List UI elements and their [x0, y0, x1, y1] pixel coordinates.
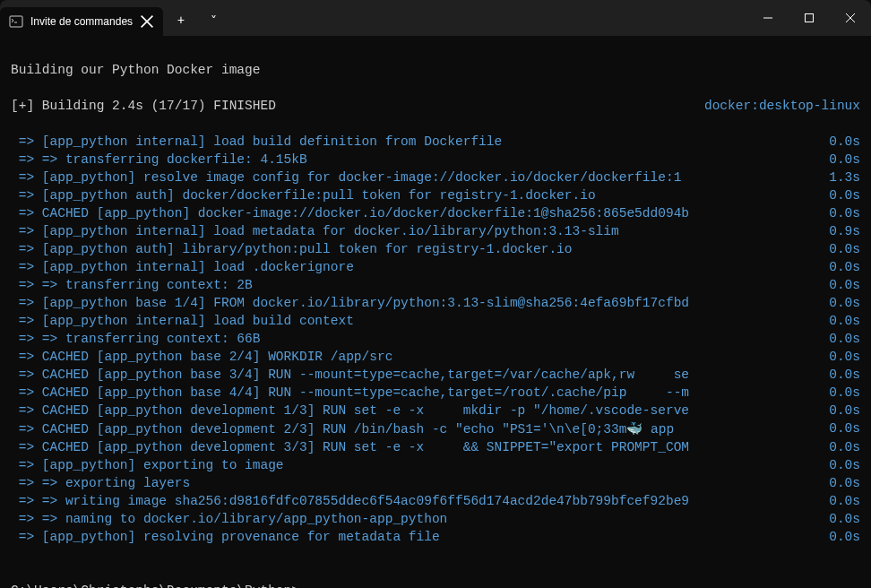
output-line: => [app_python base 1/4] FROM docker.io/… [11, 294, 860, 312]
output-time: 0.0s [829, 366, 860, 384]
output-line: => => naming to docker.io/library/app_py… [11, 510, 860, 528]
maximize-button[interactable] [789, 0, 830, 36]
arrow-icon: => [11, 152, 42, 167]
output-line: => [app_python auth] library/python:pull… [11, 240, 860, 258]
output-time: 0.0s [829, 133, 860, 151]
tabs-area: Invite de commandes + ˅ [0, 0, 228, 36]
output-line: => CACHED [app_python base 4/4] RUN --mo… [11, 384, 860, 402]
tab-close-button[interactable] [140, 14, 154, 29]
cursor [299, 583, 307, 588]
output-message: => exporting layers [42, 476, 190, 490]
arrow-icon: => [11, 278, 42, 292]
output-line: => [app_python] resolve image config for… [11, 169, 860, 186]
arrow-icon: => [11, 530, 42, 544]
output-message: [app_python internal] load build context [42, 314, 354, 328]
output-line: => => transferring context: 2B0.0s [11, 276, 860, 294]
arrow-icon: => [11, 242, 42, 256]
arrow-icon: => [11, 296, 42, 310]
prompt-path: C:\Users\Christophe\Documents\Python> [11, 584, 299, 588]
output-message: CACHED [app_python base 4/4] RUN --mount… [42, 385, 689, 400]
output-line: => [app_python internal] load metadata f… [11, 222, 860, 240]
arrow-icon: => [11, 385, 42, 400]
output-time: 0.0s [829, 384, 860, 402]
tab-title: Invite de commandes [30, 15, 133, 28]
output-time: 0.0s [829, 151, 860, 169]
cmd-icon [9, 14, 23, 29]
output-message: => transferring dockerfile: 4.15kB [42, 152, 307, 167]
output-time: 0.0s [829, 348, 860, 366]
arrow-icon: => [11, 403, 42, 418]
output-time: 0.9s [829, 222, 860, 240]
output-line: => => exporting layers0.0s [11, 474, 860, 492]
minimize-button[interactable] [747, 0, 789, 36]
build-summary: [+] Building 2.4s (17/17) FINISHEDdocker… [11, 97, 860, 115]
output-line: => => transferring dockerfile: 4.15kB0.0… [11, 151, 860, 169]
close-button[interactable] [830, 0, 871, 36]
output-line: => [app_python auth] docker/dockerfile:p… [11, 186, 860, 204]
build-summary-right: docker:desktop-linux [704, 97, 860, 115]
arrow-icon: => [11, 134, 42, 149]
output-message: CACHED [app_python development 3/3] RUN … [42, 440, 689, 454]
output-time: 0.0s [829, 294, 860, 312]
output-time: 0.0s [829, 312, 860, 330]
arrow-icon: => [11, 512, 42, 526]
command-prompt: C:\Users\Christophe\Documents\Python> [11, 582, 860, 588]
output-message: CACHED [app_python development 2/3] RUN … [42, 422, 674, 437]
output-time: 0.0s [829, 474, 860, 492]
tab-dropdown-button[interactable]: ˅ [199, 6, 228, 35]
svg-rect-3 [806, 14, 814, 22]
output-time: 1.3s [829, 169, 860, 186]
arrow-icon: => [11, 314, 42, 328]
output-time: 0.0s [829, 330, 860, 348]
arrow-icon: => [11, 440, 42, 454]
build-summary-left: [+] Building 2.4s (17/17) FINISHED [11, 97, 276, 115]
arrow-icon: => [11, 224, 42, 238]
output-line: => [app_python] resolving provenance for… [11, 528, 860, 546]
output-message: [app_python internal] load metadata for … [42, 224, 619, 238]
output-time: 0.0s [829, 276, 860, 294]
output-message: CACHED [app_python base 2/4] WORKDIR /ap… [42, 350, 393, 364]
output-time: 0.0s [829, 492, 860, 510]
output-line: => CACHED [app_python development 3/3] R… [11, 438, 860, 456]
output-line: => [app_python internal] load .dockerign… [11, 258, 860, 276]
output-line: => => transferring context: 66B0.0s [11, 330, 860, 348]
output-message: [app_python] resolving provenance for me… [42, 530, 440, 544]
output-message: => transferring context: 66B [42, 332, 261, 346]
output-message: CACHED [app_python development 1/3] RUN … [42, 403, 689, 418]
arrow-icon: => [11, 350, 42, 364]
output-line: => CACHED [app_python] docker-image://do… [11, 204, 860, 222]
output-time: 0.0s [829, 258, 860, 276]
output-time: 0.0s [829, 438, 860, 456]
output-line: => [app_python internal] load build cont… [11, 312, 860, 330]
arrow-icon: => [11, 188, 42, 203]
output-message: => transferring context: 2B [42, 278, 253, 292]
arrow-icon: => [11, 458, 42, 472]
arrow-icon: => [11, 422, 42, 437]
arrow-icon: => [11, 368, 42, 382]
terminal-output[interactable]: Building our Python Docker image [+] Bui… [0, 36, 871, 588]
arrow-icon: => [11, 260, 42, 274]
output-message: [app_python base 1/4] FROM docker.io/lib… [42, 296, 689, 310]
tab-active[interactable]: Invite de commandes [0, 7, 163, 36]
output-message: [app_python auth] library/python:pull to… [42, 242, 573, 256]
output-line-header: Building our Python Docker image [11, 61, 860, 79]
output-message: => naming to docker.io/library/app_pytho… [42, 512, 447, 526]
titlebar: Invite de commandes + ˅ [0, 0, 871, 36]
arrow-icon: => [11, 476, 42, 490]
output-line: => [app_python internal] load build defi… [11, 133, 860, 151]
output-message: [app_python] resolve image config for do… [42, 170, 682, 185]
output-message: CACHED [app_python] docker-image://docke… [42, 206, 689, 220]
output-line: => [app_python] exporting to image0.0s [11, 456, 860, 474]
output-time: 0.0s [814, 419, 860, 438]
output-message: [app_python] exporting to image [42, 458, 284, 472]
output-message: [app_python internal] load build definit… [42, 134, 502, 149]
window-controls [747, 0, 871, 36]
svg-rect-0 [10, 16, 22, 27]
output-message: CACHED [app_python base 3/4] RUN --mount… [42, 368, 689, 382]
output-time: 0.0s [829, 402, 860, 419]
output-time: 0.0s [829, 204, 860, 222]
output-time: 0.0s [829, 528, 860, 546]
output-time: 0.0s [829, 456, 860, 474]
new-tab-button[interactable]: + [167, 6, 195, 35]
arrow-icon: => [11, 332, 42, 346]
